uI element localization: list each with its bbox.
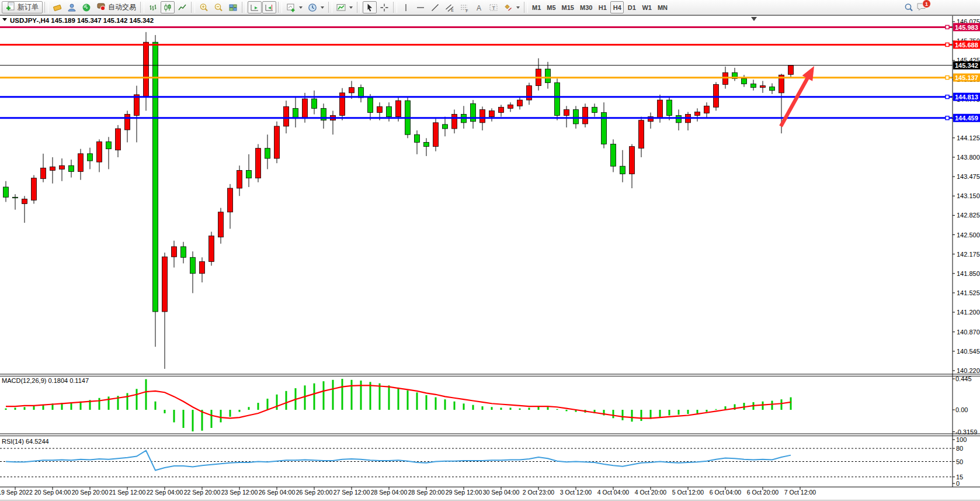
svg-text:143.475: 143.475 [957, 173, 980, 180]
new-chart-dropdown[interactable] [284, 1, 305, 13]
symbol-title: USDJPY-,H4 145.189 145.347 145.142 145.3… [2, 17, 154, 24]
chart-canvas[interactable]: MACD(12,26,9) 0.1804 0.1147RSI(14) 64.52… [0, 15, 980, 497]
rsi-label: RSI(14) 64.5244 [2, 438, 49, 445]
toolbar-separator [140, 2, 144, 13]
svg-text:142.500: 142.500 [957, 232, 980, 239]
tile-windows-button[interactable] [226, 1, 240, 13]
notification-badge: 1 [922, 0, 931, 8]
svg-text:145.342: 145.342 [955, 62, 978, 69]
svg-text:140.545: 140.545 [957, 348, 980, 355]
svg-text:30 Sep 04:00: 30 Sep 04:00 [483, 489, 520, 496]
svg-text:28 Sep 04:00: 28 Sep 04:00 [371, 489, 408, 496]
toolbar-separator [357, 2, 361, 13]
price-tag: 144.459 [953, 114, 980, 122]
svg-text:141.200: 141.200 [957, 309, 980, 316]
timeframe-button-h4[interactable]: H4 [610, 1, 624, 13]
svg-text:142.825: 142.825 [957, 212, 980, 219]
zoom-out-icon [214, 3, 223, 12]
svg-text:7 Oct 12:00: 7 Oct 12:00 [784, 489, 816, 496]
shapes-dropdown[interactable] [501, 1, 522, 13]
auto-scroll-icon [250, 3, 259, 12]
chevron-down-icon [349, 6, 353, 9]
svg-text:E: E [451, 8, 454, 12]
indicators-icon [336, 3, 346, 12]
svg-text:0.445: 0.445 [955, 375, 972, 382]
svg-text:144.125: 144.125 [957, 134, 980, 141]
svg-text:28 Sep 20:00: 28 Sep 20:00 [408, 489, 445, 496]
new-order-icon [6, 2, 15, 13]
fibonacci-button[interactable]: F [457, 1, 471, 13]
timeframe-button-d1[interactable]: D1 [625, 1, 638, 13]
timeframe-button-h1[interactable]: H1 [596, 1, 609, 13]
crosshair-button[interactable] [377, 1, 391, 13]
candlestick-chart-icon [163, 3, 172, 12]
fibonacci-icon: F [460, 3, 469, 12]
toolbar: 新订单 自动交易 E F A T [0, 0, 980, 15]
zoom-in-button[interactable] [197, 1, 211, 13]
svg-text:27 Sep 12:00: 27 Sep 12:00 [333, 489, 370, 496]
horizontal-line-button[interactable] [413, 1, 428, 13]
line-chart-button[interactable] [175, 1, 189, 13]
macd-label: MACD(12,26,9) 0.1804 0.1147 [2, 377, 89, 384]
bar-chart-button[interactable] [146, 1, 160, 13]
svg-text:4 Oct 20:00: 4 Oct 20:00 [635, 489, 666, 496]
svg-text:0.00: 0.00 [955, 406, 968, 413]
svg-text:20 Sep 20:00: 20 Sep 20:00 [72, 489, 109, 496]
chart-shift-button[interactable] [262, 1, 276, 13]
timeframe-button-m30[interactable]: M30 [578, 1, 595, 13]
svg-text:100: 100 [956, 436, 967, 443]
timeframe-button-m15[interactable]: M15 [559, 1, 576, 13]
metaeditor-button[interactable] [65, 1, 79, 13]
vertical-line-icon [401, 3, 411, 12]
svg-text:4 Oct 04:00: 4 Oct 04:00 [597, 489, 629, 496]
svg-text:144.813: 144.813 [955, 94, 978, 101]
autotrading-button[interactable]: 自动交易 [94, 1, 138, 13]
charts-profile-button[interactable] [50, 1, 64, 13]
toolbar-separator [328, 2, 332, 13]
svg-text:50: 50 [956, 458, 963, 465]
price-tag: 145.983 [953, 23, 980, 31]
periods-dropdown[interactable] [305, 1, 326, 13]
tile-windows-icon [228, 3, 238, 12]
signals-button[interactable] [79, 1, 93, 13]
timeframe-button-m5[interactable]: M5 [544, 1, 558, 13]
text-button[interactable]: A [472, 1, 486, 13]
search-button[interactable] [902, 1, 916, 13]
price-tag: 145.342 [953, 61, 980, 70]
clock-icon [308, 3, 317, 12]
indicators-dropdown[interactable] [334, 1, 355, 13]
mt4-window: 新订单 自动交易 E F A T [0, 0, 980, 501]
candlestick-chart-button[interactable] [161, 1, 175, 13]
new-chart-icon [286, 3, 296, 12]
auto-scroll-button[interactable] [248, 1, 262, 13]
search-icon [904, 3, 913, 12]
horizontal-line-icon [416, 3, 425, 12]
svg-text:143.800: 143.800 [957, 154, 980, 161]
channel-button[interactable]: E [443, 1, 457, 13]
timeframe-button-m1[interactable]: M1 [530, 1, 543, 13]
timeframe-button-mn[interactable]: MN [655, 1, 670, 13]
trendline-button[interactable] [428, 1, 442, 13]
svg-text:145.688: 145.688 [955, 42, 978, 49]
svg-text:F: F [466, 8, 468, 12]
crosshair-icon [380, 3, 389, 12]
line-chart-icon [178, 3, 187, 12]
chevron-down-icon [299, 6, 303, 9]
cursor-button[interactable] [363, 1, 377, 13]
timeframe-button-w1[interactable]: W1 [640, 1, 654, 13]
zoom-in-icon [199, 3, 208, 12]
autotrading-icon [96, 2, 106, 13]
svg-text:140.870: 140.870 [957, 329, 980, 336]
svg-text:141.850: 141.850 [957, 270, 980, 277]
new-order-button[interactable]: 新订单 [2, 1, 43, 13]
label-button[interactable]: T [486, 1, 501, 13]
price-tag: 145.688 [953, 40, 980, 49]
chat-button[interactable]: 1 [916, 2, 927, 13]
toolbar-separator [393, 2, 397, 13]
svg-text:22 Sep 20:00: 22 Sep 20:00 [184, 489, 221, 496]
svg-text:-0.3159: -0.3159 [955, 429, 977, 436]
zoom-out-button[interactable] [211, 1, 225, 13]
svg-text:USDJPY-,H4 145.189 145.347 14: USDJPY-,H4 145.189 145.347 145.142 145.3… [10, 17, 154, 24]
vertical-line-button[interactable] [399, 1, 413, 13]
trendline-icon [430, 3, 440, 12]
